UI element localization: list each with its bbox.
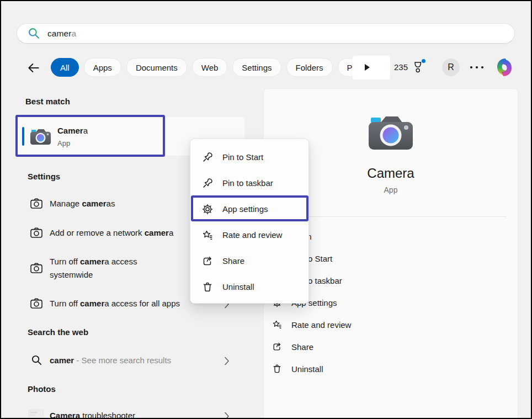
menu-item-pin-to-start[interactable]: Pin to Start — [190, 144, 308, 170]
camera-icon — [30, 198, 43, 209]
camera-icon — [30, 227, 43, 238]
tab-all[interactable]: All — [51, 58, 79, 77]
account-avatar[interactable]: R — [442, 59, 460, 76]
tabs-scroll-right-button[interactable] — [363, 62, 374, 73]
menu-item-share[interactable]: Share — [190, 248, 308, 274]
preview-divider — [276, 216, 507, 217]
rewards-count: 235 — [394, 62, 408, 72]
photos-section-header: Photos — [28, 384, 56, 394]
trash-icon — [202, 282, 213, 293]
gear-icon — [202, 204, 213, 215]
preview-action-share[interactable]: Share — [264, 336, 518, 358]
menu-item-pin-to-taskbar[interactable]: Pin to taskbar — [190, 170, 308, 196]
best-match-title: Camera — [57, 126, 88, 135]
search-input[interactable]: camera — [17, 23, 515, 44]
result-camera-troubleshooter[interactable]: Camera troubleshooter — [29, 410, 245, 419]
best-match-header: Best match — [25, 97, 70, 106]
selection-accent-bar — [22, 127, 24, 146]
preview-action-rate-and-review[interactable]: Rate and review — [264, 314, 518, 336]
rewards-notification-dot — [422, 59, 425, 63]
search-icon — [28, 27, 40, 40]
preview-app-type: App — [384, 185, 398, 194]
tab-documents[interactable]: Documents — [126, 58, 187, 77]
camera-icon — [30, 298, 43, 309]
back-button[interactable] — [26, 61, 41, 75]
pin-icon — [202, 178, 213, 189]
search-the-web-header: Search the web — [28, 327, 88, 337]
copilot-icon[interactable] — [493, 56, 515, 78]
share-icon — [272, 342, 282, 352]
rate-icon — [272, 320, 282, 330]
chevron-right-icon — [224, 357, 230, 365]
rate-icon — [202, 230, 213, 241]
preview-app-title: Camera — [367, 166, 414, 181]
rewards-trophy-icon — [412, 60, 424, 73]
more-options-icon[interactable] — [469, 63, 486, 72]
tab-settings[interactable]: Settings — [232, 58, 281, 77]
pin-icon — [202, 152, 213, 163]
menu-item-rate-and-review[interactable]: Rate and review — [190, 222, 308, 248]
search-icon — [31, 354, 42, 366]
tab-apps[interactable]: Apps — [84, 58, 121, 77]
search-query-text: camera — [47, 29, 76, 39]
tab-web[interactable]: Web — [192, 58, 228, 77]
camera-icon — [30, 262, 43, 274]
camera-app-icon-small — [30, 128, 51, 145]
search-filter-tabs: All Apps Documents Web Settings Folders … — [51, 58, 382, 77]
chevron-right-icon — [224, 412, 230, 419]
menu-item-app-settings[interactable]: App settings — [190, 196, 308, 222]
result-see-more-search-results[interactable]: camer - See more search results — [31, 354, 245, 368]
share-icon — [202, 256, 213, 267]
settings-section-header: Settings — [28, 172, 60, 181]
tab-folders[interactable]: Folders — [286, 58, 333, 77]
photo-thumbnail — [29, 410, 44, 419]
rewards-button[interactable]: 235 — [394, 60, 424, 73]
context-menu: Pin to Start Pin to taskbar App settings… — [190, 139, 309, 304]
preview-action-uninstall[interactable]: Uninstall — [264, 358, 518, 380]
trash-icon — [272, 364, 282, 374]
windows-search-flyout: camera All Apps Documents Web Settings F… — [0, 0, 532, 419]
camera-app-icon-large — [368, 114, 414, 151]
menu-item-uninstall[interactable]: Uninstall — [190, 274, 308, 300]
best-match-subtitle: App — [57, 139, 70, 147]
